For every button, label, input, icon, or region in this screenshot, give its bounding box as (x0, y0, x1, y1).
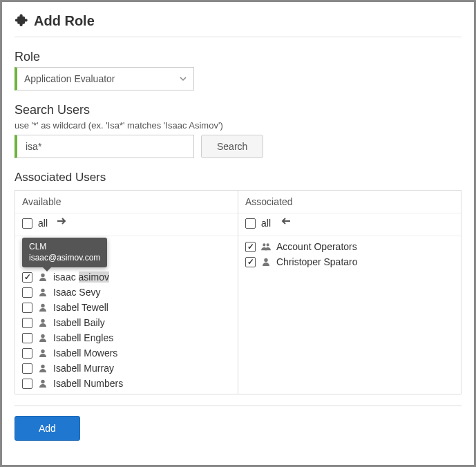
svg-point-10 (264, 258, 267, 262)
available-name: Isabel Tewell (53, 302, 108, 313)
available-header: Available (15, 191, 238, 213)
available-checkbox[interactable] (22, 333, 32, 343)
associated-name: Account Operators (276, 241, 357, 252)
available-name: Isabell Baily (53, 317, 105, 328)
available-name: Isabell Numbers (53, 378, 123, 389)
associated-users-title: Associated Users (15, 171, 461, 184)
available-all-label: all (38, 218, 48, 229)
move-right-icon[interactable] (57, 217, 67, 225)
svg-point-3 (41, 319, 44, 323)
add-button[interactable]: Add (15, 416, 80, 441)
available-checkbox[interactable] (22, 363, 32, 374)
svg-point-1 (41, 289, 44, 292)
group-icon (261, 242, 271, 251)
associated-row[interactable]: Christoper Spataro (245, 254, 458, 269)
chevron-down-icon (180, 73, 187, 84)
user-panels: Available all CLM isaac@asimov.com isaac… (15, 190, 461, 394)
available-checkbox[interactable] (22, 272, 32, 283)
svg-point-2 (41, 304, 44, 307)
search-label: Search Users (15, 103, 461, 117)
puzzle-icon (15, 12, 28, 30)
available-checkbox[interactable] (22, 287, 32, 298)
svg-point-8 (263, 243, 265, 246)
available-name: Isabell Engles (53, 332, 113, 343)
user-tooltip: CLM isaac@asimov.com (22, 238, 107, 267)
move-left-icon[interactable] (280, 217, 290, 225)
user-icon (38, 364, 48, 372)
associated-list[interactable]: Account OperatorsChristoper Spataro (238, 236, 461, 394)
available-row[interactable]: Isabell Numbers (22, 376, 235, 391)
available-name: Isabell Murray (53, 363, 114, 374)
svg-point-4 (41, 334, 44, 338)
user-icon (38, 288, 48, 296)
svg-point-6 (41, 365, 44, 368)
role-label: Role (15, 50, 461, 64)
dialog-header: Add Role (15, 12, 461, 37)
available-list[interactable]: CLM isaac@asimov.com isaac asimovIsaac S… (15, 236, 238, 394)
available-name: Isaac Sevy (53, 287, 100, 298)
user-icon (38, 379, 48, 388)
associated-checkbox[interactable] (245, 242, 256, 252)
search-hint: use '*' as wildcard (ex. 'Isa*' matches … (15, 120, 461, 131)
available-row[interactable]: Isabell Mowers (22, 345, 235, 361)
available-all-checkbox[interactable] (22, 218, 32, 229)
dialog-footer: Add (15, 406, 461, 441)
associated-panel: Associated all Account OperatorsChristop… (238, 191, 461, 394)
svg-point-7 (41, 380, 44, 383)
user-icon (38, 273, 48, 281)
role-select[interactable]: Application Evaluator (15, 67, 194, 90)
user-icon (261, 258, 271, 266)
available-name: isaac asimov (53, 271, 109, 283)
dialog-title: Add Role (34, 13, 95, 29)
role-select-value: Application Evaluator (24, 73, 115, 84)
search-input[interactable] (24, 140, 187, 153)
available-row[interactable]: Isabell Murray (22, 361, 235, 376)
available-row[interactable]: Isabell Engles (22, 330, 235, 345)
user-icon (38, 334, 48, 342)
available-name: Isabell Mowers (53, 347, 117, 359)
user-icon (38, 318, 48, 327)
available-panel: Available all CLM isaac@asimov.com isaac… (15, 191, 238, 394)
svg-point-0 (41, 274, 44, 277)
svg-point-5 (41, 350, 44, 353)
add-role-dialog: Add Role Role Application Evaluator Sear… (0, 0, 476, 467)
available-row[interactable]: Isaac Sevy (22, 285, 235, 300)
search-input-wrap (15, 135, 194, 158)
search-button[interactable]: Search (201, 135, 263, 158)
associated-all-label: all (261, 218, 271, 229)
associated-checkbox[interactable] (245, 257, 256, 267)
user-icon (38, 349, 48, 357)
associated-name: Christoper Spataro (276, 256, 358, 267)
available-checkbox[interactable] (22, 348, 32, 359)
associated-row[interactable]: Account Operators (245, 239, 458, 254)
available-checkbox[interactable] (22, 303, 32, 313)
available-row[interactable]: Isabel Tewell (22, 300, 235, 315)
available-row[interactable]: isaac asimov (22, 269, 235, 285)
associated-header: Associated (238, 191, 461, 213)
user-icon (38, 303, 48, 312)
associated-all-checkbox[interactable] (245, 218, 256, 229)
available-row[interactable]: Isabell Baily (22, 315, 235, 330)
available-checkbox[interactable] (22, 318, 32, 328)
tooltip-line1: CLM (29, 242, 100, 253)
svg-point-9 (267, 243, 269, 246)
tooltip-line2: isaac@asimov.com (29, 253, 100, 264)
available-checkbox[interactable] (22, 379, 32, 389)
